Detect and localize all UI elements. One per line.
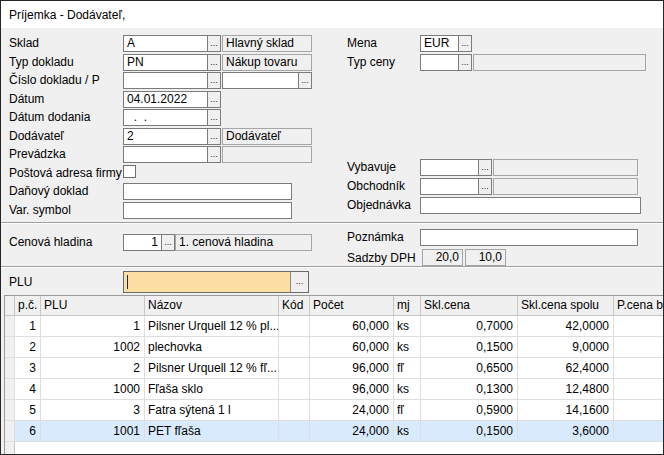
- row-selector[interactable]: [5, 379, 15, 400]
- cell-plu[interactable]: 2: [41, 358, 145, 379]
- cell-sklcena[interactable]: 0,6500: [421, 358, 518, 379]
- typ-dokladu-value[interactable]: PN: [124, 55, 207, 70]
- datum-input[interactable]: 04.01.2022 ...: [123, 91, 221, 108]
- cell-nazov[interactable]: Pilsner Urquell 12 % fľ...: [145, 358, 279, 379]
- typ-ceny-input[interactable]: ...: [420, 54, 472, 71]
- vybavuje-input[interactable]: ...: [420, 159, 492, 176]
- cell-mj[interactable]: fľ: [394, 400, 421, 421]
- datum-dodania-browse-button[interactable]: ...: [207, 110, 220, 125]
- cell-plu[interactable]: 1000: [41, 379, 145, 400]
- dodavatel-browse-button[interactable]: ...: [207, 129, 220, 144]
- cell-mj[interactable]: fľ: [394, 358, 421, 379]
- prevadzka-browse-button[interactable]: ...: [207, 147, 220, 162]
- cislo-dokladu-input[interactable]: ...: [123, 72, 221, 89]
- cell-kod[interactable]: [279, 358, 310, 379]
- cell-nazov[interactable]: plechovka: [145, 337, 279, 358]
- cell-pc[interactable]: 5: [15, 400, 41, 421]
- cell-plu[interactable]: 3: [41, 400, 145, 421]
- prevadzka-value[interactable]: [124, 147, 207, 162]
- vybavuje-value[interactable]: [421, 160, 478, 175]
- obchodnik-value[interactable]: [421, 179, 478, 194]
- cell-kod[interactable]: [279, 379, 310, 400]
- table-row-selected[interactable]: 6 1001 PET fľaša 24,000 ks 0,1500 3,6000: [5, 421, 664, 442]
- postova-adresa-checkbox[interactable]: [123, 165, 136, 178]
- mena-browse-button[interactable]: ...: [458, 36, 471, 51]
- cell-sklcena[interactable]: 0,1500: [421, 337, 518, 358]
- cell-pocet[interactable]: 60,000: [310, 337, 394, 358]
- cell-nazov[interactable]: Pilsner Urquell 12 % pl...: [145, 316, 279, 337]
- cislo-dokladu-browse-button[interactable]: ...: [207, 73, 220, 88]
- datum-browse-button[interactable]: ...: [207, 92, 220, 107]
- dodavatel-input[interactable]: 2 ...: [123, 128, 221, 145]
- prevadzka-input[interactable]: ...: [123, 146, 221, 163]
- danovy-doklad-input[interactable]: [123, 183, 292, 200]
- sklad-input[interactable]: A ...: [123, 35, 221, 52]
- cell-pc[interactable]: 6: [15, 421, 41, 442]
- plu-input[interactable]: ...: [123, 271, 309, 293]
- sklad-value[interactable]: A: [124, 36, 207, 51]
- row-selector[interactable]: [5, 337, 15, 358]
- table-row[interactable]: 5 3 Fatra sýtená 1 l 24,000 fľ 0,5900 14…: [5, 400, 664, 421]
- cell-pc[interactable]: 1: [15, 316, 41, 337]
- cislo-dokladu-value[interactable]: [124, 73, 207, 88]
- cell-pcena[interactable]: [614, 337, 664, 358]
- cell-kod[interactable]: [279, 421, 310, 442]
- cell-pcena[interactable]: [614, 316, 664, 337]
- cell-nazov[interactable]: Fľaša sklo: [145, 379, 279, 400]
- sklad-browse-button[interactable]: ...: [207, 36, 220, 51]
- cenova-hladina-input[interactable]: 1 ...: [123, 234, 175, 251]
- typ-dokladu-browse-button[interactable]: ...: [207, 55, 220, 70]
- datum-dodania-value[interactable]: . .: [124, 110, 207, 125]
- cislo-dokladu-secondary-input[interactable]: ...: [222, 72, 312, 89]
- cell-sklspolu[interactable]: 3,6000: [518, 421, 614, 442]
- cell-pocet[interactable]: 60,000: [310, 316, 394, 337]
- datum-dodania-input[interactable]: . . ...: [123, 109, 221, 126]
- cell-sklcena[interactable]: 0,7000: [421, 316, 518, 337]
- plu-value[interactable]: [124, 272, 290, 292]
- cell-nazov[interactable]: Fatra sýtená 1 l: [145, 400, 279, 421]
- plu-browse-button[interactable]: ...: [290, 272, 308, 292]
- datum-value[interactable]: 04.01.2022: [124, 92, 207, 107]
- cenova-hladina-browse-button[interactable]: ...: [161, 235, 174, 250]
- obchodnik-browse-button[interactable]: ...: [478, 179, 491, 194]
- table-row[interactable]: 4 1000 Fľaša sklo 96,000 ks 0,1300 12,48…: [5, 379, 664, 400]
- cell-pocet[interactable]: 96,000: [310, 379, 394, 400]
- cell-pcena[interactable]: [614, 421, 664, 442]
- row-selector[interactable]: [5, 400, 15, 421]
- typ-ceny-value[interactable]: [421, 55, 458, 70]
- cell-sklspolu[interactable]: 62,4000: [518, 358, 614, 379]
- cell-nazov[interactable]: PET fľaša: [145, 421, 279, 442]
- typ-ceny-browse-button[interactable]: ...: [458, 55, 471, 70]
- cell-kod[interactable]: [279, 400, 310, 421]
- var-symbol-input[interactable]: [123, 202, 292, 219]
- cell-pc[interactable]: 3: [15, 358, 41, 379]
- poznamka-input[interactable]: [420, 229, 638, 246]
- table-row[interactable]: 3 2 Pilsner Urquell 12 % fľ... 96,000 fľ…: [5, 358, 664, 379]
- cenova-hladina-value[interactable]: 1: [124, 235, 161, 250]
- cell-sklspolu[interactable]: 9,0000: [518, 337, 614, 358]
- row-selector[interactable]: [5, 316, 15, 337]
- cell-pocet[interactable]: 24,000: [310, 400, 394, 421]
- typ-dokladu-input[interactable]: PN ...: [123, 54, 221, 71]
- cell-pc[interactable]: 4: [15, 379, 41, 400]
- table-row[interactable]: 2 1002 plechovka 60,000 ks 0,1500 9,0000: [5, 337, 664, 358]
- cell-kod[interactable]: [279, 337, 310, 358]
- cell-plu[interactable]: 1002: [41, 337, 145, 358]
- objednavka-input[interactable]: [420, 197, 641, 214]
- cislo-dokladu-secondary-value[interactable]: [223, 73, 298, 88]
- cell-sklcena[interactable]: 0,1500: [421, 421, 518, 442]
- dodavatel-value[interactable]: 2: [124, 129, 207, 144]
- cell-pcena[interactable]: [614, 400, 664, 421]
- table-row[interactable]: 1 1 Pilsner Urquell 12 % pl... 60,000 ks…: [5, 316, 664, 337]
- cell-mj[interactable]: ks: [394, 316, 421, 337]
- cell-pocet[interactable]: 96,000: [310, 358, 394, 379]
- cell-mj[interactable]: ks: [394, 421, 421, 442]
- cell-pcena[interactable]: [614, 379, 664, 400]
- cell-sklspolu[interactable]: 14,1600: [518, 400, 614, 421]
- cell-plu[interactable]: 1: [41, 316, 145, 337]
- vybavuje-browse-button[interactable]: ...: [478, 160, 491, 175]
- row-selector[interactable]: [5, 421, 15, 442]
- cell-mj[interactable]: ks: [394, 379, 421, 400]
- cell-kod[interactable]: [279, 316, 310, 337]
- cell-pcena[interactable]: [614, 358, 664, 379]
